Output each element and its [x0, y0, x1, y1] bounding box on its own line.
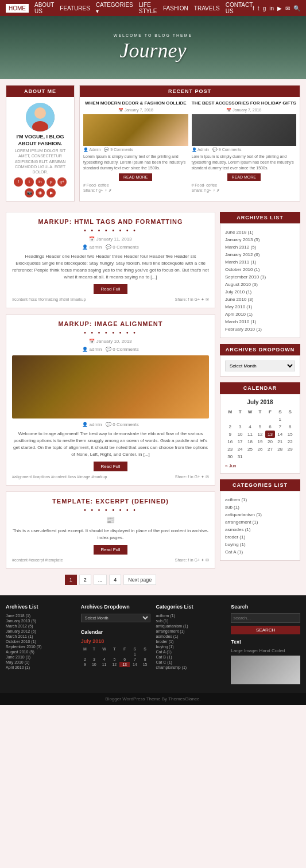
archive-link[interactable]: September 2010 (3) — [225, 273, 295, 281]
footer-archive-link[interactable]: October 2010 (1) — [6, 639, 75, 644]
read-full-button[interactable]: Read Full — [94, 284, 127, 294]
footer-archive-link[interactable]: March 2011 (1) — [6, 634, 75, 639]
footer-category-link[interactable]: antiquarianism (1) — [156, 623, 226, 629]
footer-category-link[interactable]: broder (1) — [156, 639, 226, 644]
top-navigation[interactable]: HOME ABOUT US FEATURES CATEGORIES ▾ LIFE… — [0, 0, 306, 16]
article-icon: 📰 — [12, 516, 209, 524]
footer-dropdown-calendar-col: Archives Dropdown Select Month Calendar … — [81, 604, 150, 684]
footer-archive-link[interactable]: January 2013 (5) — [6, 618, 75, 623]
social-email-icon[interactable]: ✉ — [285, 5, 290, 11]
category-link[interactable]: asmodes (1) — [225, 526, 295, 533]
about-pinterest-btn[interactable]: p — [47, 177, 56, 187]
archive-link[interactable]: June 2010 (3) — [225, 296, 295, 303]
social-youtube-icon[interactable]: ▶ — [277, 5, 282, 11]
footer-categories-col: Categories List aciform (1) sub (1) anti… — [156, 604, 226, 684]
social-facebook-icon[interactable]: f — [253, 5, 254, 11]
archive-link[interactable]: February 2010 (1) — [225, 326, 295, 333]
about-wifi-btn[interactable]: ◉ — [36, 188, 45, 197]
social-twitter-icon[interactable]: t — [258, 5, 259, 11]
footer-archive-link[interactable]: June 2018 (1) — [6, 613, 75, 618]
cal-day-s2: S — [285, 408, 295, 416]
search-icon[interactable]: 🔍 — [293, 5, 300, 11]
social-linkedin-icon[interactable]: in — [269, 5, 274, 11]
archive-link[interactable]: March 2010 (1) — [225, 318, 295, 326]
category-link[interactable]: arrangement (1) — [225, 518, 295, 526]
footer-archive-link[interactable]: September 2010 (3) — [6, 644, 75, 649]
footer-archive-link[interactable]: April 2010 (1) — [6, 665, 75, 670]
category-link[interactable]: Cat A (1) — [225, 548, 295, 556]
footer-search-input[interactable] — [231, 613, 300, 623]
footer-archive-link[interactable]: June 2010 (1) — [6, 654, 75, 660]
about-linkedin-btn[interactable]: in — [36, 177, 45, 187]
footer-category-link[interactable]: asmodes (1) — [156, 634, 226, 639]
recent-post-2: THE BEST ACCESSORIES FOR HOLIDAY GIFTS 📅… — [192, 100, 297, 193]
read-more-button[interactable]: READ MORE — [227, 173, 261, 181]
footer-category-link[interactable]: Cat C (1) — [156, 660, 226, 665]
about-instagram-btn[interactable]: 📷 — [25, 188, 34, 197]
footer-archive-link[interactable]: August 2010 (5) — [6, 649, 75, 654]
article-body: Welcome to image alignment! The best way… — [12, 431, 209, 458]
about-googleplus-btn[interactable]: g+ — [57, 177, 67, 187]
read-full-button[interactable]: Read Full — [94, 462, 127, 471]
archive-link[interactable]: October 2010 (1) — [225, 266, 295, 273]
archive-link[interactable]: July 2010 (1) — [225, 288, 295, 296]
next-page-button[interactable]: Next page — [123, 575, 156, 585]
page-ellipsis: ... — [94, 575, 107, 585]
archives-dropdown-widget: ARCHIVES DROPDOWN Select Month — [220, 344, 300, 377]
archive-link[interactable]: August 2010 (3) — [225, 281, 295, 288]
article-share: Share: f in G+ ✦ ✉ — [175, 297, 209, 302]
nav-home[interactable]: HOME — [6, 4, 29, 13]
nav-features[interactable]: FEATURES — [60, 5, 90, 11]
nav-lifestyle[interactable]: LIFE STYLE — [139, 2, 157, 14]
article-author2: 👤 admin 💬 0 Comments — [12, 422, 209, 427]
footer-archive-link[interactable]: March 2012 (5) — [6, 623, 75, 629]
page-2-button[interactable]: 2 — [79, 575, 91, 585]
footer-archive-link[interactable]: January 2012 (6) — [6, 629, 75, 634]
page-4-button[interactable]: 4 — [109, 575, 121, 585]
read-full-button[interactable]: Read Full — [94, 545, 127, 555]
footer-archive-link[interactable]: May 2010 (1) — [6, 660, 75, 665]
category-link[interactable]: buying (1) — [225, 541, 295, 548]
page-1-button[interactable]: 1 — [65, 575, 77, 585]
about-facebook-btn[interactable]: f — [14, 177, 23, 187]
archive-link[interactable]: January 2013 (5) — [225, 236, 295, 243]
category-link[interactable]: antiquarianism (1) — [225, 511, 295, 518]
footer-archives-dropdown[interactable]: Select Month — [81, 614, 150, 622]
footer-search-button[interactable]: SEARCH — [231, 626, 300, 634]
archive-link[interactable]: March 2012 (5) — [225, 243, 295, 251]
pagination[interactable]: 1 2 ... 4 Next page — [6, 575, 215, 585]
nav-contact[interactable]: CONTACT US — [226, 2, 253, 14]
about-twitter-btn[interactable]: t — [25, 177, 34, 187]
read-more-button[interactable]: READ MORE — [119, 173, 152, 181]
category-link[interactable]: aciform (1) — [225, 496, 295, 503]
archive-link[interactable]: May 2010 (1) — [225, 303, 295, 311]
post-author: 👤 Admin — [83, 148, 100, 152]
footer-category-link[interactable]: sub (1) — [156, 618, 226, 623]
nav-categories[interactable]: CATEGORIES ▾ — [96, 2, 133, 14]
footer-category-link[interactable]: Cat B (1) — [156, 654, 226, 660]
footer-category-link[interactable]: aciform (1) — [156, 613, 226, 618]
categories-header: CATEGORIES LIST — [220, 479, 300, 491]
social-google-icon[interactable]: g — [263, 5, 266, 11]
footer-category-link[interactable]: Cat A (1) — [156, 649, 226, 654]
category-link[interactable]: broder (1) — [225, 533, 295, 541]
nav-fashion[interactable]: FASHION — [163, 5, 188, 11]
about-youtube-btn[interactable]: ▶ — [47, 188, 56, 197]
archive-link[interactable]: June 2018 (1) — [225, 228, 295, 236]
category-link[interactable]: sub (1) — [225, 503, 295, 511]
archive-link[interactable]: April 2010 (1) — [225, 311, 295, 318]
footer-category-link[interactable]: arrangement (1) — [156, 629, 226, 634]
footer-category-link[interactable]: buying (1) — [156, 644, 226, 649]
archive-link[interactable]: March 2011 (1) — [225, 258, 295, 266]
about-description: LOREM IPSUM DOLOR SIT AMET, CONSECTETUR … — [10, 148, 71, 174]
hero-title: Journey — [114, 38, 192, 63]
cal-week-2: 2345678 — [225, 423, 295, 431]
nav-travels[interactable]: TRAVELS — [194, 5, 220, 11]
footer-category-link[interactable]: championship (1) — [156, 665, 226, 670]
archives-dropdown-select[interactable]: Select Month — [225, 361, 295, 371]
archive-link[interactable]: January 2012 (6) — [225, 251, 295, 258]
calendar-prev[interactable]: « Jun — [225, 463, 237, 468]
footer-text-title: Text — [231, 639, 300, 645]
footer-bottom: Blogger WordPress Theme By ThemesGlance. — [0, 693, 306, 705]
nav-about[interactable]: ABOUT US — [34, 2, 54, 14]
